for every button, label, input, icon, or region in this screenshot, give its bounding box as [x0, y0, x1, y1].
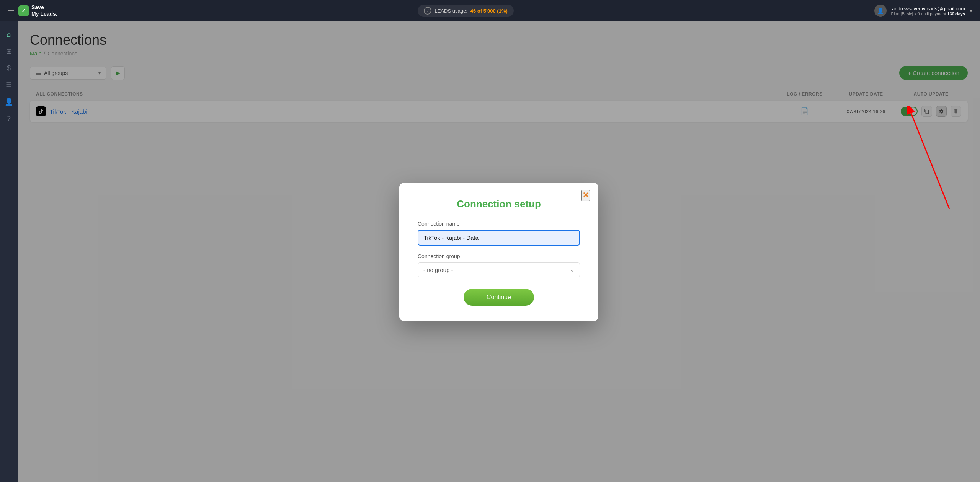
- nav-left: ☰ ✓ Save My Leads.: [8, 4, 57, 17]
- user-info: andrewsavemyleads@gmail.com Plan |Basic|…: [891, 6, 965, 16]
- top-navigation: ☰ ✓ Save My Leads. i LEADS usage: 46 of …: [0, 0, 980, 21]
- leads-label: LEADS usage:: [434, 8, 467, 14]
- connection-setup-modal: ✕ Connection setup Connection name Conne…: [399, 183, 598, 321]
- info-icon: i: [424, 7, 431, 15]
- chevron-down-icon[interactable]: ▾: [970, 8, 972, 14]
- user-avatar: 👤: [874, 5, 887, 17]
- nav-right: 👤 andrewsavemyleads@gmail.com Plan |Basi…: [874, 5, 972, 17]
- modal-close-button[interactable]: ✕: [581, 190, 590, 201]
- main-layout: ⌂ ⊞ $ ☰ 👤 ? Connections Main / Connectio…: [0, 21, 980, 482]
- connection-group-label: Connection group: [418, 253, 580, 259]
- sidebar-item-billing[interactable]: $: [2, 61, 16, 75]
- sidebar-item-help[interactable]: ?: [2, 112, 16, 125]
- user-email: andrewsavemyleads@gmail.com: [891, 6, 965, 11]
- content-area: Connections Main / Connections ▬ All gro…: [18, 21, 980, 482]
- group-select-wrapper: - no group - ⌄: [418, 262, 580, 277]
- modal-overlay: ✕ Connection setup Connection name Conne…: [18, 21, 980, 482]
- connection-name-input[interactable]: [418, 230, 580, 246]
- leads-usage: i LEADS usage: 46 of 5'000 (1%): [418, 5, 513, 17]
- sidebar: ⌂ ⊞ $ ☰ 👤 ?: [0, 21, 18, 482]
- nav-center: i LEADS usage: 46 of 5'000 (1%): [57, 5, 874, 17]
- sidebar-item-home[interactable]: ⌂: [2, 28, 16, 41]
- connection-group-group: Connection group - no group - ⌄: [418, 253, 580, 277]
- sidebar-item-dashboard[interactable]: ⊞: [2, 44, 16, 58]
- modal-title: Connection setup: [418, 198, 580, 210]
- continue-button[interactable]: Continue: [464, 289, 534, 306]
- logo-text: Save My Leads.: [31, 4, 57, 17]
- sidebar-item-profile[interactable]: 👤: [2, 95, 16, 109]
- leads-count: 46 of 5'000 (1%): [470, 8, 508, 14]
- hamburger-icon[interactable]: ☰: [8, 6, 15, 15]
- connection-name-label: Connection name: [418, 221, 580, 227]
- connection-name-group: Connection name: [418, 221, 580, 246]
- connection-group-select[interactable]: - no group -: [418, 262, 580, 277]
- logo-icon: ✓: [18, 5, 29, 16]
- sidebar-item-connections[interactable]: ☰: [2, 78, 16, 92]
- user-plan: Plan |Basic| left until payment 130 days: [891, 11, 965, 16]
- logo: ✓ Save My Leads.: [18, 4, 57, 17]
